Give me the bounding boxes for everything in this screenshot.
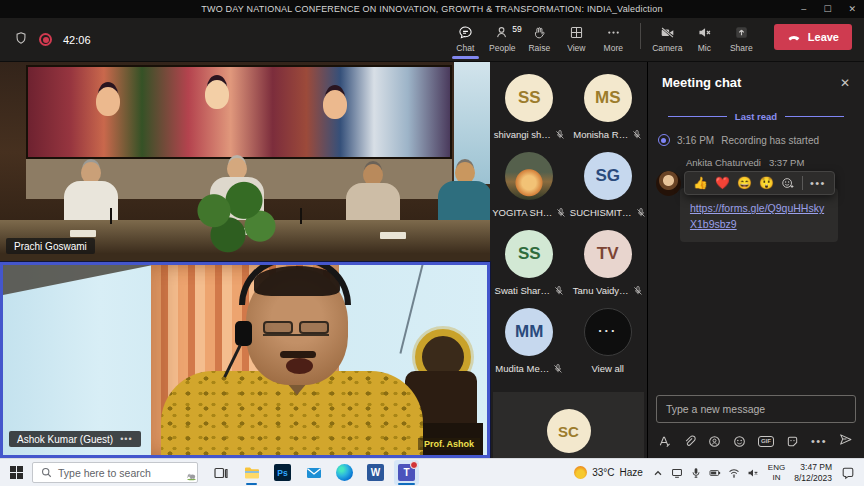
last-read-divider: Last read: [648, 101, 864, 128]
notification-center-icon[interactable]: [841, 466, 855, 480]
shield-icon: [14, 31, 28, 49]
mail-icon: [305, 464, 323, 482]
heart-reaction[interactable]: ❤️: [715, 177, 730, 189]
search-icon: [41, 467, 52, 478]
view-all-button[interactable]: ··· View all: [569, 308, 647, 386]
shared-link[interactable]: https://forms.gle/Q9quHHskyX1b9sbz9: [690, 200, 828, 233]
chat-close-icon[interactable]: ✕: [840, 76, 850, 90]
cast-display-icon[interactable]: [671, 467, 683, 479]
system-message-text: Recording has started: [721, 135, 819, 146]
chat-composer: Type a new message GIF •••: [648, 389, 864, 458]
weather-widget[interactable]: 33°C Haze: [574, 466, 643, 479]
composer-more-icon[interactable]: •••: [811, 435, 827, 447]
camera-off-icon: [660, 25, 675, 40]
notification-dot: [410, 461, 418, 469]
participant-tile-shivangi[interactable]: SS shivangi sh…: [490, 74, 568, 152]
panelist-3: [344, 164, 402, 226]
thumbs-up-reaction[interactable]: 👍: [693, 177, 708, 189]
people-button[interactable]: 59 People: [484, 20, 521, 60]
grid-view-icon: [569, 25, 584, 40]
word-icon: W: [367, 464, 384, 481]
mic-muted-icon: [553, 364, 563, 374]
toolbar-divider: [640, 23, 641, 49]
task-view-icon: [213, 465, 229, 481]
window-controls: – ☐ ✕: [801, 0, 856, 18]
raise-hand-button[interactable]: Raise: [521, 20, 558, 60]
chat-message: 👍 ❤️ 😄 😲 ••• https://forms.gle/Q9quHHsky…: [648, 171, 864, 242]
people-icon: [495, 25, 510, 40]
avatar: TV: [584, 230, 632, 278]
file-explorer-button[interactable]: [239, 460, 264, 485]
avatar: SS: [505, 74, 553, 122]
surprised-reaction[interactable]: 😲: [759, 177, 774, 189]
reaction-bar: 👍 ❤️ 😄 😲 •••: [684, 171, 835, 195]
teams-button[interactable]: T: [394, 460, 419, 485]
taskbar-clock[interactable]: 3:47 PM 8/12/2023: [794, 462, 832, 483]
participant-tile-yogita[interactable]: YOGITA SH…: [490, 152, 568, 230]
recording-icon: [658, 134, 670, 146]
video-tile-ashok[interactable]: Prof. Ashok Ashok Kumar (Guest) •••: [0, 262, 490, 458]
sticker-icon[interactable]: [786, 435, 799, 448]
meeting-chat-panel: Meeting chat ✕ Last read 3:16 PM Recordi…: [647, 62, 864, 458]
show-hidden-icons-chevron[interactable]: [652, 467, 664, 479]
avatar: [656, 171, 681, 196]
photoshop-button[interactable]: Ps: [270, 460, 295, 485]
close-button[interactable]: ✕: [848, 4, 856, 14]
wifi-icon[interactable]: [728, 467, 740, 479]
share-screen-icon: [734, 25, 749, 40]
mail-button[interactable]: [301, 460, 326, 485]
mic-button[interactable]: Mic: [686, 20, 723, 60]
battery-icon[interactable]: [709, 467, 721, 479]
more-button[interactable]: More: [595, 20, 632, 60]
message-author: Ankita Chaturvedi: [686, 157, 761, 168]
share-button[interactable]: Share: [723, 20, 760, 60]
gif-icon[interactable]: GIF: [758, 436, 774, 447]
participant-tile-monisha[interactable]: MS Monisha R…: [569, 74, 647, 152]
format-icon[interactable]: [658, 435, 671, 448]
video-overlay-label: Prof. Ashok: [418, 438, 480, 450]
laugh-reaction[interactable]: 😄: [737, 177, 752, 189]
view-button[interactable]: View: [558, 20, 595, 60]
video-clip-icon[interactable]: [708, 435, 721, 448]
start-button[interactable]: [0, 459, 32, 486]
leave-button[interactable]: Leave: [774, 24, 852, 50]
minimize-button[interactable]: –: [801, 4, 806, 14]
speaker-name-tag: Ashok Kumar (Guest) •••: [9, 431, 141, 447]
ellipsis-icon: ···: [598, 323, 617, 338]
video-tile-prachi[interactable]: Prachi Goswami: [0, 62, 490, 262]
microphone-icon[interactable]: [690, 467, 702, 479]
raise-hand-icon: [532, 25, 547, 40]
taskbar-search-input[interactable]: Type here to search: [32, 462, 198, 483]
message-bubble: https://forms.gle/Q9quHHskyX1b9sbz9: [680, 188, 838, 242]
send-icon[interactable]: [839, 433, 852, 446]
chat-title: Meeting chat: [662, 75, 741, 90]
add-reaction-icon[interactable]: [781, 176, 795, 190]
language-indicator[interactable]: ENG IN: [768, 463, 785, 482]
message-input[interactable]: Type a new message: [656, 395, 856, 423]
elephant-doodle: [186, 471, 197, 482]
mic-muted-icon: [632, 130, 642, 140]
chat-button[interactable]: Chat: [447, 20, 484, 60]
edge-button[interactable]: [332, 460, 357, 485]
participant-tile-tanu[interactable]: TV Tanu Vaidy…: [569, 230, 647, 308]
participant-tile-suchismita[interactable]: SG SUCHISMIT…: [569, 152, 647, 230]
attach-icon[interactable]: [683, 435, 696, 448]
mic-muted-icon: [555, 130, 565, 140]
message-time: 3:37 PM: [769, 157, 804, 168]
haze-sun-icon: [574, 466, 587, 479]
headset-earcup: [235, 321, 252, 346]
task-view-button[interactable]: [208, 460, 233, 485]
camera-button[interactable]: Camera: [649, 20, 686, 60]
avatar: SC: [547, 409, 591, 453]
avatar: MM: [505, 308, 553, 356]
maximize-button[interactable]: ☐: [823, 4, 831, 14]
emoji-icon[interactable]: [733, 435, 746, 448]
reaction-divider: [802, 176, 803, 190]
name-tag-more-icon[interactable]: •••: [120, 434, 132, 444]
participant-tile-mudita[interactable]: MM Mudita Me…: [490, 308, 568, 386]
participant-roster: SS shivangi sh… MS Monisha R… YOGITA SH……: [490, 62, 647, 458]
message-more-icon[interactable]: •••: [810, 177, 826, 189]
volume-muted-icon[interactable]: [747, 467, 759, 479]
participant-tile-swati[interactable]: SS Swati Shar…: [490, 230, 568, 308]
word-button[interactable]: W: [363, 460, 388, 485]
